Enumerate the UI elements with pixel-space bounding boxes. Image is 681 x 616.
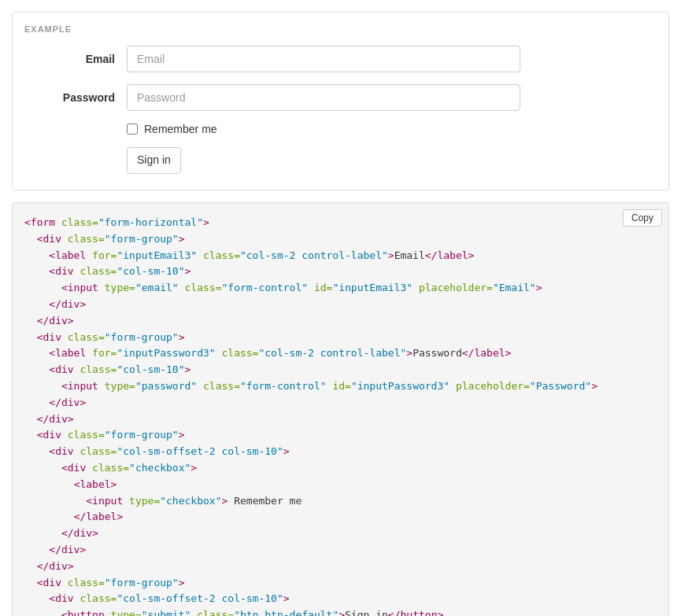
example-label: EXAMPLE — [24, 24, 657, 34]
copy-button[interactable]: Copy — [623, 209, 662, 227]
example-section: EXAMPLE Email Password Remember me Sign … — [12, 12, 669, 190]
password-label: Password — [24, 91, 127, 104]
code-section: Copy <form class="form-horizontal"> <div… — [12, 202, 669, 616]
password-form-group: Password — [24, 84, 657, 111]
page-container: EXAMPLE Email Password Remember me Sign … — [0, 12, 681, 616]
remember-me-checkbox[interactable] — [127, 124, 138, 135]
sign-in-group: Sign in — [24, 147, 657, 174]
remember-me-group: Remember me — [24, 123, 657, 135]
email-input[interactable] — [127, 46, 520, 72]
remember-me-label: Remember me — [144, 123, 217, 135]
sign-in-button[interactable]: Sign in — [127, 147, 181, 174]
email-form-group: Email — [24, 46, 657, 72]
password-input[interactable] — [127, 84, 520, 111]
email-label: Email — [24, 53, 127, 65]
code-block: <form class="form-horizontal"> <div clas… — [24, 215, 657, 616]
example-form: Email Password Remember me Sign in — [24, 46, 657, 174]
